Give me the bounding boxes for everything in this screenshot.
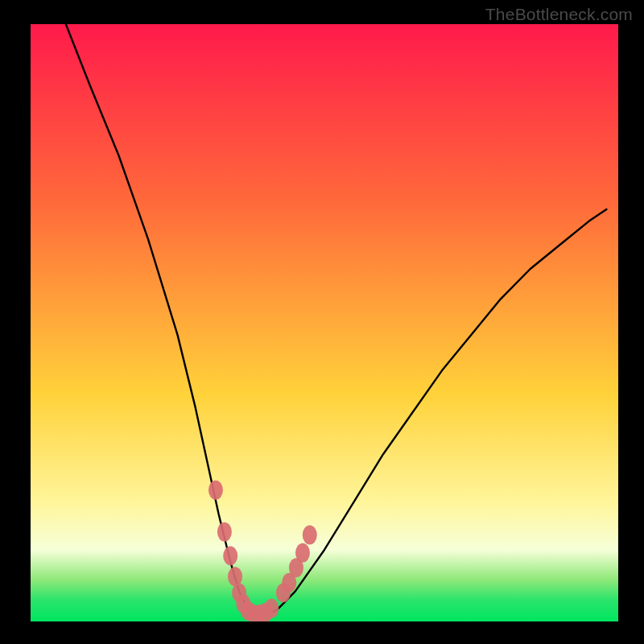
chart-background (31, 24, 618, 621)
curve-marker (303, 525, 317, 544)
bottleneck-chart (0, 0, 644, 644)
chart-stage: TheBottleneck.com (0, 0, 644, 644)
curve-marker (208, 481, 223, 500)
watermark-text: TheBottleneck.com (485, 5, 633, 24)
curve-marker (223, 546, 237, 565)
curve-marker (295, 543, 310, 563)
curve-marker (264, 599, 279, 618)
curve-marker (217, 522, 232, 542)
